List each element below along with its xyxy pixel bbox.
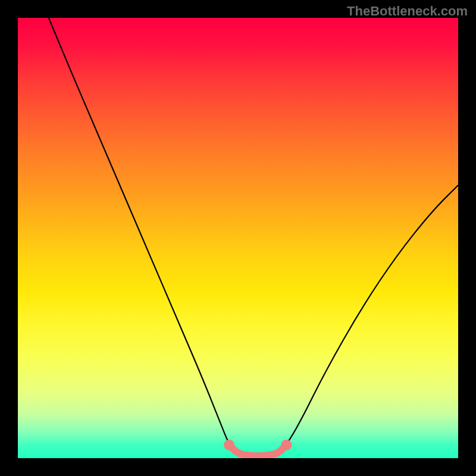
curve-overlay — [18, 18, 458, 458]
valley-endpoint-marker — [281, 440, 292, 450]
bottleneck-curve-path — [49, 18, 458, 456]
valley-endpoint-marker — [224, 440, 234, 450]
chart-frame: TheBottleneck.com — [0, 0, 476, 476]
valley-highlight-path — [229, 445, 286, 456]
plot-area — [18, 18, 458, 458]
watermark-text: TheBottleneck.com — [347, 4, 468, 19]
